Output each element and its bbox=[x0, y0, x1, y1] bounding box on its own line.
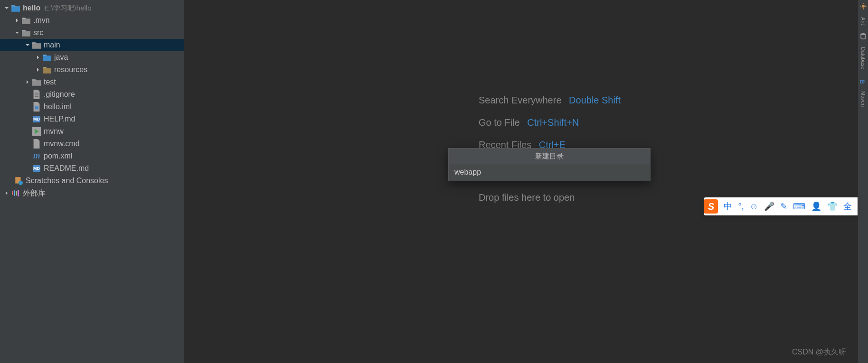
chevron-right-icon[interactable] bbox=[35, 55, 41, 60]
tree-node-mvnw[interactable]: mvnw bbox=[0, 125, 184, 138]
directory-name-input[interactable] bbox=[449, 164, 650, 181]
tree-node-resources[interactable]: resources bbox=[0, 64, 184, 76]
resources-folder-icon bbox=[43, 65, 51, 74]
svg-rect-1 bbox=[22, 19, 30, 24]
tree-label: HELP.md bbox=[44, 115, 75, 123]
drop-files-hint: Drop files here to open bbox=[479, 192, 575, 203]
tree-label: 外部库 bbox=[23, 188, 46, 198]
tree-node-scratches[interactable]: Scratches and Consoles bbox=[0, 175, 184, 187]
chevron-down-icon[interactable] bbox=[4, 5, 9, 11]
hint-go-to-file: Go to File Ctrl+Shift+N bbox=[479, 117, 621, 128]
tree-node-java[interactable]: java bbox=[0, 51, 184, 64]
tree-node-helpmd[interactable]: MD HELP.md bbox=[0, 113, 184, 125]
svg-rect-10 bbox=[35, 106, 38, 109]
project-tree[interactable]: hello E:\学习吧\hello .mvn src main java r bbox=[0, 0, 184, 363]
svg-rect-3 bbox=[32, 44, 41, 49]
tool-database[interactable]: Database bbox=[860, 47, 866, 69]
tree-node-gitignore[interactable]: .gitignore bbox=[0, 88, 184, 101]
tree-label: README.md bbox=[44, 164, 89, 173]
ime-lang-toggle[interactable]: 中 bbox=[721, 201, 735, 212]
tree-label: java bbox=[54, 53, 68, 62]
svg-rect-2 bbox=[22, 31, 30, 37]
hint-label: Go to File bbox=[479, 117, 520, 128]
dialog-title: 新建目录 bbox=[449, 149, 650, 164]
tree-label: mvnw bbox=[44, 127, 64, 136]
script-icon bbox=[32, 127, 41, 136]
chevron-right-icon[interactable] bbox=[35, 67, 41, 73]
tree-label: test bbox=[44, 78, 56, 86]
module-folder-icon bbox=[11, 4, 20, 12]
hint-search-everywhere: Search Everywhere Double Shift bbox=[479, 95, 621, 106]
sogou-logo-icon[interactable]: S bbox=[704, 199, 718, 214]
chevron-right-icon[interactable] bbox=[4, 190, 9, 196]
right-toolbar: Ant Database m Maven bbox=[858, 0, 868, 363]
ant-icon[interactable] bbox=[860, 3, 867, 9]
tree-label: src bbox=[33, 28, 43, 37]
chevron-down-icon[interactable] bbox=[14, 30, 20, 36]
svg-rect-0 bbox=[11, 7, 20, 12]
tree-label: .gitignore bbox=[44, 90, 75, 99]
editor-area[interactable]: Search Everywhere Double Shift Go to Fil… bbox=[184, 0, 858, 363]
database-icon[interactable] bbox=[860, 33, 867, 39]
ime-emoji-icon[interactable]: ☺ bbox=[747, 202, 761, 212]
ime-punct-toggle[interactable]: °, bbox=[735, 202, 746, 212]
svg-point-15 bbox=[861, 33, 866, 35]
source-folder-icon bbox=[43, 53, 51, 62]
tree-label: hello.iml bbox=[44, 102, 72, 111]
tree-node-external-libs[interactable]: 外部库 bbox=[0, 187, 184, 199]
tree-node-mvn[interactable]: .mvn bbox=[0, 14, 184, 27]
tree-node-mvnwcmd[interactable]: mvnw.cmd bbox=[0, 138, 184, 150]
tree-node-pomxml[interactable]: m pom.xml bbox=[0, 150, 184, 162]
ime-toolbar[interactable]: S 中 °, ☺ 🎤 ✎ ⌨ 👤 👕 全 bbox=[704, 197, 858, 215]
folder-icon bbox=[22, 28, 30, 37]
tree-label: .mvn bbox=[33, 16, 50, 25]
hint-shortcut: Ctrl+Shift+N bbox=[527, 117, 579, 128]
hint-label: Search Everywhere bbox=[479, 95, 562, 105]
tool-maven[interactable]: Maven bbox=[860, 91, 866, 107]
tree-node-root[interactable]: hello E:\学习吧\hello bbox=[0, 2, 184, 14]
chevron-right-icon[interactable] bbox=[25, 79, 30, 85]
new-directory-dialog: 新建目录 bbox=[448, 148, 651, 181]
tree-node-readme[interactable]: MD README.md bbox=[0, 162, 184, 175]
ime-skin-icon[interactable]: 👕 bbox=[824, 201, 840, 212]
tree-node-src[interactable]: src bbox=[0, 27, 184, 39]
tree-label: main bbox=[44, 41, 60, 49]
tree-label: hello bbox=[23, 4, 40, 12]
maven-icon: m bbox=[32, 152, 41, 160]
file-icon bbox=[32, 90, 41, 99]
tree-node-main[interactable]: main bbox=[0, 39, 184, 51]
folder-icon bbox=[32, 41, 41, 49]
tree-path: E:\学习吧\hello bbox=[44, 4, 91, 13]
svg-rect-9 bbox=[35, 96, 38, 97]
maven-tool-icon[interactable]: m bbox=[860, 77, 867, 84]
ime-voice-icon[interactable]: 🎤 bbox=[761, 201, 777, 212]
tree-label: mvnw.cmd bbox=[44, 140, 80, 148]
svg-rect-4 bbox=[43, 56, 51, 61]
folder-icon bbox=[22, 16, 30, 25]
tool-ant[interactable]: Ant bbox=[860, 17, 866, 25]
svg-point-14 bbox=[862, 5, 865, 8]
markdown-icon: MD bbox=[32, 164, 41, 173]
svg-rect-7 bbox=[35, 93, 38, 93]
file-icon bbox=[32, 140, 41, 148]
svg-rect-5 bbox=[43, 68, 51, 74]
svg-rect-6 bbox=[32, 81, 41, 86]
hint-shortcut: Double Shift bbox=[569, 95, 621, 105]
chevron-right-icon[interactable] bbox=[14, 18, 20, 23]
library-icon bbox=[11, 189, 20, 197]
file-icon bbox=[32, 102, 41, 111]
tree-node-test[interactable]: test bbox=[0, 76, 184, 88]
folder-icon bbox=[32, 78, 41, 86]
ime-handwrite-icon[interactable]: ✎ bbox=[777, 201, 790, 212]
scratches-icon bbox=[14, 177, 23, 185]
tree-label: pom.xml bbox=[44, 152, 72, 160]
ime-keyboard-icon[interactable]: ⌨ bbox=[790, 201, 808, 212]
svg-point-13 bbox=[19, 181, 23, 185]
ime-user-icon[interactable]: 👤 bbox=[808, 201, 824, 212]
tree-node-helloiml[interactable]: hello.iml bbox=[0, 101, 184, 113]
tree-label: resources bbox=[54, 65, 87, 74]
chevron-down-icon[interactable] bbox=[25, 42, 30, 48]
markdown-icon: MD bbox=[32, 115, 41, 123]
ime-fullwidth-toggle[interactable]: 全 bbox=[840, 201, 855, 212]
tree-label: Scratches and Consoles bbox=[26, 177, 108, 185]
